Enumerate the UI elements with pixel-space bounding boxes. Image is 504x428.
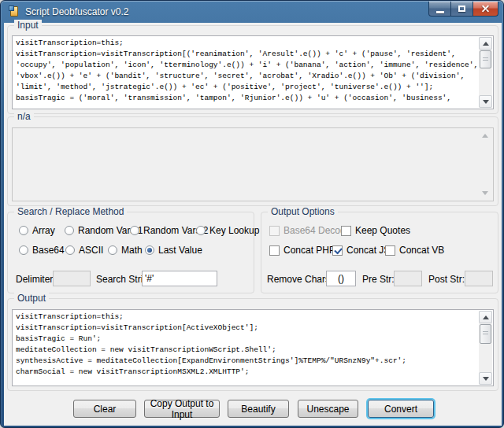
checkbox-box — [385, 245, 395, 256]
scrollbar-down-button[interactable] — [479, 372, 492, 385]
close-icon — [481, 5, 490, 13]
maximize-button[interactable] — [451, 2, 473, 17]
code-line: 'limit', 'method', 'jstrategic'.e()) + '… — [16, 82, 477, 93]
search-string-field[interactable] — [142, 271, 217, 286]
checkbox-box — [269, 245, 280, 256]
delimiter-field[interactable] — [53, 271, 91, 286]
radio-ascii[interactable]: ASCII — [65, 244, 103, 256]
delimiter-label: Delimiter: — [16, 274, 56, 285]
clear-button[interactable]: Clear — [73, 400, 136, 418]
code-line: basisTragic = Run'; — [16, 334, 477, 345]
app-window: Script Deobfuscator v0.2 Input visitTran… — [0, 0, 504, 428]
window-title: Script Deobfuscator v0.2 — [25, 6, 128, 17]
input-code-area[interactable]: visitTranscription=this; visitTranscript… — [12, 35, 494, 109]
scrollbar-down-button[interactable] — [479, 95, 492, 108]
convert-button[interactable]: Convert — [368, 400, 434, 418]
method-row-1: Array Random Vars 1 Random Vars 2 Key Lo… — [8, 224, 254, 237]
code-line: visitTranscription=visitTranscription[Ac… — [16, 323, 477, 334]
beautify-button[interactable]: Beautify — [228, 400, 289, 418]
checkbox-keep-quotes[interactable]: Keep Quotes — [341, 224, 410, 237]
post-str-field[interactable] — [465, 271, 493, 286]
scrollbar-up-button[interactable] — [479, 311, 492, 323]
close-button[interactable] — [473, 2, 498, 17]
input-scrollbar[interactable] — [479, 37, 492, 108]
checkbox-label: Keep Quotes — [355, 225, 410, 236]
na-group-caption: n/a — [14, 111, 34, 122]
checkbox-box-checked — [332, 245, 343, 256]
scrollbar-up-button[interactable] — [479, 37, 492, 50]
na-code-area — [12, 127, 494, 201]
output-options-group: Output Options Base64 Decode Keep Quotes… — [261, 212, 498, 293]
output-scrollbar[interactable] — [479, 311, 492, 385]
scrollbar-thumb[interactable] — [480, 324, 491, 344]
na-group: n/a — [7, 116, 498, 206]
post-str-label: Post Str: — [428, 274, 465, 285]
checkbox-concat-js[interactable]: Concat JS — [332, 244, 390, 256]
method-group-caption: Search / Replace Method — [14, 206, 127, 217]
radio-label: Math — [121, 245, 143, 256]
minimize-button[interactable] — [428, 2, 451, 17]
radio-base64[interactable]: Base64 — [19, 244, 65, 256]
radio-circle — [130, 226, 139, 235]
pre-str-label: Pre Str: — [362, 274, 395, 285]
arrow-down-icon — [483, 377, 489, 381]
remove-chars-field[interactable] — [326, 271, 356, 286]
radio-array[interactable]: Array — [19, 224, 55, 237]
radio-label: Array — [32, 225, 55, 236]
checkbox-concat-php[interactable]: Concat PHP — [269, 244, 335, 256]
pre-str-field[interactable] — [394, 271, 422, 286]
options-row-1: Base64 Decode Keep Quotes — [261, 224, 498, 237]
radio-circle — [65, 226, 74, 235]
arrow-down-icon — [482, 191, 488, 195]
titlebar[interactable]: Script Deobfuscator v0.2 — [1, 1, 503, 23]
input-code-lines: visitTranscription=this; visitTranscript… — [16, 38, 477, 107]
script-file-icon-corner — [9, 6, 14, 11]
window-controls — [428, 2, 498, 17]
method-row-2: Base64 ASCII Math Last Value — [8, 244, 254, 256]
script-file-icon — [9, 6, 20, 17]
checkbox-label: Concat VB — [399, 245, 444, 256]
radio-circle — [108, 245, 117, 255]
radio-circle — [196, 226, 206, 235]
arrow-up-icon — [482, 134, 488, 138]
method-group: Search / Replace Method Array Random Var… — [7, 212, 254, 293]
arrow-up-icon — [483, 42, 489, 46]
code-line: synthesisActive = meditateCollection[Exp… — [16, 356, 477, 367]
remove-chars-label: Remove Chars: — [267, 274, 332, 285]
copy-output-to-input-button[interactable]: Copy Output to Input — [144, 400, 220, 418]
options-row-2: Concat PHP Concat JS Concat VB — [261, 244, 498, 256]
radio-label: Base64 — [32, 245, 65, 256]
maximize-icon — [458, 6, 465, 12]
code-line: basisTragic = ('moral', 'transmission', … — [16, 93, 477, 104]
code-line: 'vbox'.e()) + 'e' + ('bandit', 'structur… — [16, 71, 477, 82]
radio-label: Last Value — [158, 245, 202, 256]
radio-last-value[interactable]: Last Value — [145, 244, 202, 256]
checkbox-box-disabled — [269, 226, 280, 236]
checkbox-label: Concat JS — [346, 245, 390, 256]
arrow-down-icon — [483, 100, 489, 104]
code-line: visitTranscription=this; — [16, 38, 477, 49]
code-line: visitTranscription=this; — [16, 312, 477, 323]
radio-circle — [19, 245, 28, 255]
minimize-icon — [436, 11, 444, 13]
radio-circle-checked — [145, 245, 154, 255]
output-options-caption: Output Options — [268, 206, 338, 217]
checkbox-label: Concat PHP — [284, 245, 335, 256]
radio-circle — [19, 226, 28, 235]
checkbox-concat-vb[interactable]: Concat VB — [385, 244, 444, 256]
input-group: Input visitTranscription=this; visitTran… — [7, 25, 498, 114]
scrollbar-thumb[interactable] — [480, 50, 491, 68]
checkbox-base64-decode: Base64 Decode — [269, 224, 350, 237]
code-line: meditateCollection = new visitTranscript… — [16, 345, 477, 356]
radio-math[interactable]: Math — [108, 244, 143, 256]
output-code-area[interactable]: visitTranscription=this; visitTranscript… — [12, 309, 494, 386]
radio-key-lookup[interactable]: Key Lookup — [196, 224, 259, 237]
output-group-caption: Output — [14, 293, 49, 304]
unescape-button[interactable]: Unescape — [298, 400, 358, 418]
output-code-lines: visitTranscription=this; visitTranscript… — [16, 312, 477, 384]
arrow-up-icon — [483, 315, 489, 319]
input-group-caption: Input — [14, 20, 42, 31]
code-line: charmSocial = new visitTranscriptionMSXM… — [16, 367, 477, 378]
code-line: visitTranscription=visitTranscription[('… — [16, 49, 477, 60]
code-line: 'occupy', 'population', 'icon', 'ttermin… — [16, 60, 477, 71]
